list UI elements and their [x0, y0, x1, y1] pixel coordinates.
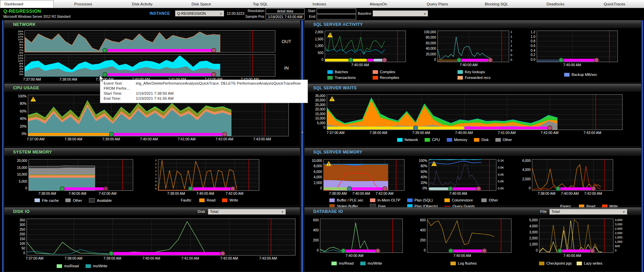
legend-item: Read [199, 198, 215, 202]
legend-swatch-icon [425, 138, 430, 142]
start-field[interactable] [317, 8, 356, 14]
checkpoint-lazywrites-chart[interactable]: 5,0004,0003,0002,0001,00003,5003,0002,50… [526, 219, 626, 258]
tooltip-end-label: End Time: [104, 96, 136, 101]
panel-system-memory: SYSTEM MEMORY 20,00015,00010,0005,00007:… [4, 148, 300, 206]
tab-disk-space[interactable]: Disk Space [172, 0, 231, 8]
legend-swatch-icon [577, 262, 582, 265]
legend-swatch-icon [327, 70, 333, 74]
legend-swatch-icon [539, 262, 544, 265]
disk-selector-value: Total [210, 210, 218, 214]
legend-swatch-icon [329, 198, 335, 202]
backup-chart[interactable]: 1.21.00.80.60.40.20.07:40:00 AM [528, 31, 618, 67]
legend-swatch-icon [458, 70, 463, 74]
file-selector[interactable]: Total ∨ [549, 209, 627, 215]
event-tooltip: Event Text: trig_AfterDeletePerformanceA… [100, 80, 308, 103]
panel-sql-memory: SQL SERVER MEMORY 10,0008,0006,0004,0002… [304, 148, 642, 206]
svg-text:!: ! [33, 98, 34, 101]
network-out-chart[interactable]: 16%14%12%10%8%6%4%2%0% [13, 30, 275, 52]
tooltip-start-label: Start Time: [104, 91, 136, 96]
legend-item: ms/Read [331, 261, 354, 265]
memory-faults-chart[interactable]: 2111110007:38:00 AM7:40:00 AM7:42:00 AM [151, 159, 259, 196]
memory-pages-chart[interactable]: 6,0004,0002,00007:38:00 AM7:40:00 AM7:42… [519, 159, 613, 196]
network-in-chart[interactable]: 14%12%10%8%6%4%2%0%7:37:00 AM7:38:00 AM7… [13, 54, 275, 82]
legend-swatch-icon [458, 76, 463, 80]
end-label: End [306, 14, 315, 18]
batches-transactions-chart[interactable]: 2,0001,5001,0005000!7:40:00 AM [311, 31, 406, 67]
legend-swatch-icon [564, 73, 570, 77]
legend-swatch-icon [444, 198, 450, 202]
panel-sql-activity: SQL SERVER ACTIVITY 2,0001,5001,0005000!… [304, 20, 642, 83]
baseline-dropdown[interactable]: ∨ [373, 10, 428, 16]
legend-item: Batches [327, 70, 363, 74]
legend-item: Backup MB/sec [564, 73, 597, 77]
sql-memory-usage-chart[interactable]: 10,0008,0006,0004,0002,0000!7:38:00 AM7:… [309, 159, 405, 196]
end-field[interactable] [317, 14, 356, 19]
legend-item: Write [222, 198, 238, 202]
log-flushes-chart[interactable]: 60040020007:40:00 AM [417, 219, 512, 258]
legend-swatch-icon [370, 198, 375, 202]
key-lookups-chart[interactable]: 100,00080,00060,00040,00020,000011110007… [420, 31, 514, 67]
legend-swatch-icon [89, 198, 95, 202]
log-flushes-legend: Log flushes [450, 261, 512, 265]
tab-indexes[interactable]: Indexes [290, 0, 349, 8]
splitter-collapse-icon[interactable]: ◄ [301, 131, 303, 133]
legend-item: Other [495, 138, 512, 142]
tab-dashboard[interactable]: Dashboard [0, 0, 54, 8]
tab-alwayson[interactable]: AlwaysOn [349, 0, 408, 8]
tab-disk-activity[interactable]: Disk Activity [113, 0, 172, 8]
disk-selector[interactable]: Total ∨ [208, 209, 286, 215]
disk-io-panel-title: DISK IO [13, 209, 30, 214]
disk-io-chart[interactable]: 3503002502001501005007:37:00 AM7:38:00 A… [13, 219, 300, 261]
right-splitter[interactable] [642, 20, 643, 272]
disk-selector-label: Disk [198, 210, 205, 214]
sql-waits-chart[interactable]: 35,00030,00025,00020,00015,00010,0005,00… [310, 94, 641, 135]
chevron-down-icon: ∨ [623, 210, 625, 214]
legend-item: Other [481, 198, 498, 202]
checkpoint-legend: Checkpoint pgsLazy writes [539, 261, 626, 265]
sql-memory-legend: Buffer / PLE secIn-Mem OLTPPlan (SQL)Col… [329, 198, 498, 208]
cache-hit-ratio-chart[interactable]: 100%80%60%40%20%0%!0.1K0.0K0.0K0.0K0.0K7… [417, 159, 506, 196]
legend-swatch-icon [222, 198, 227, 202]
tab-top-sql[interactable]: Top SQL [231, 0, 290, 8]
sql-waits-legend: NetworkCPUMemoryDiskOther [397, 138, 641, 142]
tab-deadlocks[interactable]: Deadlocks [526, 0, 585, 8]
panel-network: NETWORK 16%14%12%10%8%6%4%2%0% OUT 14%12… [4, 20, 300, 83]
sql-waits-panel-title: SQL SERVER WAITS [313, 86, 357, 90]
instance-dropdown[interactable]: Q-REGRESSION ∨ [175, 10, 224, 16]
key-lookups-legend: Key lookupsForwarded recs [458, 70, 514, 80]
left-splitter[interactable] [2, 20, 4, 272]
legend-swatch-icon [474, 138, 479, 142]
tooltip-start-value: 1/19/2021 7:38:50 AM [136, 91, 174, 96]
sql-memory-panel-title: SQL SERVER MEMORY [313, 150, 362, 154]
tab-processes[interactable]: Processes [54, 0, 113, 8]
resolution-label: Resolution [238, 9, 264, 13]
svg-text:!: ! [328, 162, 329, 166]
legend-swatch-icon [450, 262, 456, 265]
tab-query-plans[interactable]: Query Plans [408, 0, 467, 8]
server-os: Microsoft Windows Server 2012 R2 Standar… [3, 15, 70, 18]
dashboard-app: DashboardProcessesDisk ActivityDisk Spac… [0, 0, 644, 272]
system-memory-chart[interactable]: 20,00015,00010,0005,00007:38:00 AM7:40:0… [11, 159, 133, 196]
header-bar: Q-REGRESSION Microsoft Windows Server 20… [0, 8, 644, 20]
sql-activity-panel-title: SQL SERVER ACTIVITY [313, 22, 363, 27]
legend-item: Log flushes [450, 261, 477, 265]
center-splitter[interactable] [301, 20, 304, 272]
legend-item: Available [89, 198, 112, 202]
tab-quicktraces[interactable]: QuickTraces [585, 0, 644, 8]
legend-swatch-icon [86, 264, 91, 268]
legend-swatch-icon [481, 198, 487, 202]
legend-item: ms/Read [57, 264, 79, 268]
tooltip-event-value: trig_AfterDeletePerformanceAnalysisQuick… [136, 81, 301, 86]
legend-swatch-icon [373, 70, 378, 74]
legend-prefix: Faults: [181, 198, 192, 202]
svg-text:!: ! [433, 162, 434, 166]
legend-swatch-icon [444, 206, 450, 207]
tab-blocking-sql[interactable]: Blocking SQL [467, 0, 526, 8]
legend-swatch-icon [65, 198, 71, 202]
panel-sql-waits: SQL SERVER WAITS 35,00030,00025,00020,00… [304, 84, 642, 147]
db-latency-chart[interactable]: 60040020007:40:00 AM [310, 219, 403, 258]
chevron-down-icon: ∨ [220, 12, 222, 15]
server-name: Q-REGRESSION [3, 8, 41, 14]
sample-pos-label: Sample Pos [238, 14, 264, 18]
legend-swatch-icon [407, 198, 413, 202]
